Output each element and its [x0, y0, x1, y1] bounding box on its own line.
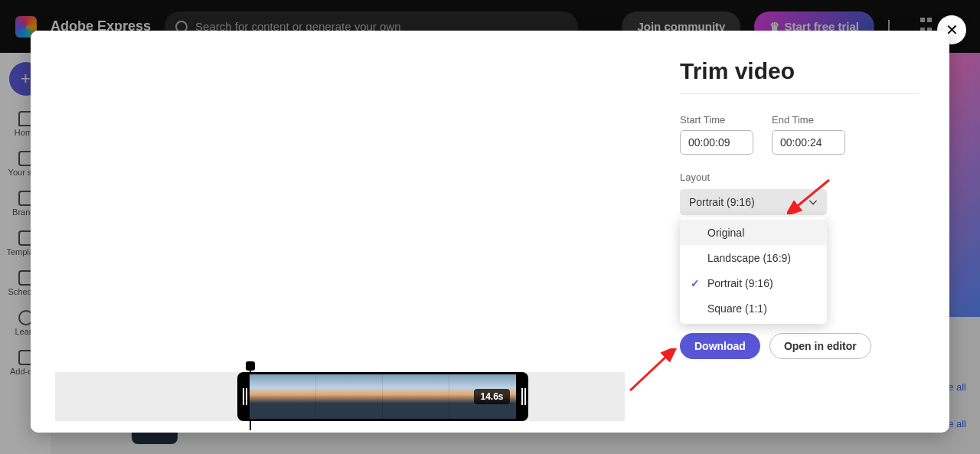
chevron-down-icon	[808, 198, 818, 207]
open-in-editor-button[interactable]: Open in editor	[769, 333, 871, 359]
layout-select[interactable]: Portrait (9:16)	[680, 189, 827, 215]
layout-selected-value: Portrait (9:16)	[689, 196, 755, 208]
layout-option-square[interactable]: Square (1:1)	[680, 296, 827, 321]
start-time-input[interactable]	[680, 130, 753, 155]
layout-option-landscape[interactable]: Landscape (16:9)	[680, 245, 827, 270]
side-panel: Trim video Start Time End Time Layout Po…	[649, 31, 949, 433]
panel-title: Trim video	[680, 58, 919, 84]
preview-column: 14.6s	[31, 31, 649, 433]
trim-clip[interactable]: 14.6s	[237, 372, 528, 421]
trim-video-modal: 14.6s Trim video Start Time End Time Lay…	[31, 31, 949, 433]
end-time-label: End Time	[772, 114, 845, 126]
start-time-label: Start Time	[680, 114, 753, 126]
end-time-input[interactable]	[772, 130, 845, 155]
layout-dropdown: Original Landscape (16:9) Portrait (9:16…	[680, 217, 827, 324]
video-preview	[31, 31, 649, 360]
playhead[interactable]	[246, 361, 255, 371]
layout-label: Layout	[680, 171, 919, 183]
clip-frame	[250, 374, 315, 419]
clip-frame	[315, 374, 382, 419]
trim-handle-right[interactable]	[516, 372, 528, 421]
layout-option-portrait[interactable]: Portrait (9:16)	[680, 270, 827, 296]
trim-handle-left[interactable]	[237, 372, 250, 421]
filmstrip[interactable]: 14.6s	[55, 372, 625, 421]
clip-frame	[382, 374, 449, 419]
panel-divider	[680, 93, 919, 94]
download-button[interactable]: Download	[680, 333, 760, 359]
timeline: 14.6s	[31, 360, 649, 433]
duration-badge: 14.6s	[474, 389, 509, 404]
layout-option-original[interactable]: Original	[680, 220, 827, 245]
